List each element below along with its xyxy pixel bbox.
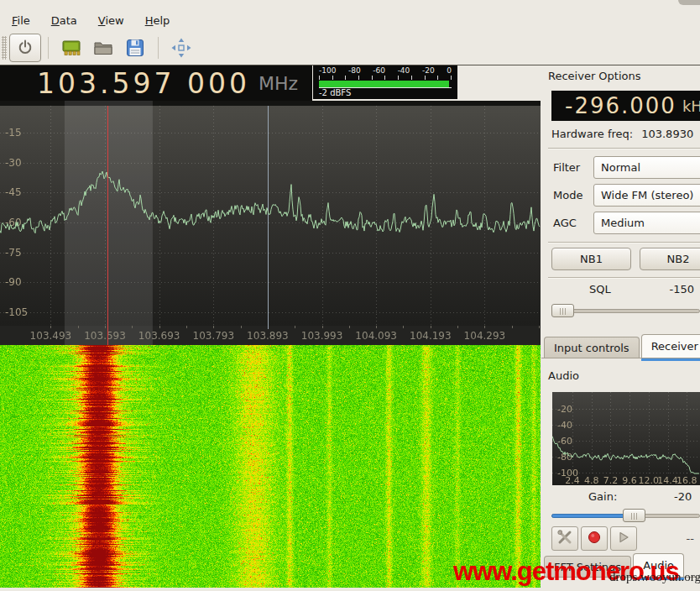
audio-section-title: Audio: [548, 369, 579, 382]
menu-help[interactable]: Help: [142, 13, 174, 29]
play-icon: [617, 531, 630, 547]
offset-lcd-display[interactable]: -296.000 kHz: [551, 91, 700, 121]
open-folder-icon[interactable]: [92, 37, 114, 59]
separator: [548, 148, 700, 149]
signal-level-meter: -100 -80 -60 -40 -20 0 -2 dBFS: [313, 65, 457, 99]
window-corner-decoration: [678, 0, 700, 5]
tab-receiver-options[interactable]: Receiver O: [641, 334, 700, 358]
meter-tick-marks: [319, 76, 452, 80]
agc-combobox[interactable]: Medium: [593, 212, 700, 234]
panel-title: Receiver Options: [548, 70, 641, 82]
frequency-unit: MHz: [259, 73, 298, 94]
toolbar-separator-2: [158, 37, 159, 59]
offset-unit: kHz: [682, 97, 700, 115]
gqrx-main-window: File Data View Help: [0, 0, 700, 591]
window-titlebar[interactable]: [0, 0, 700, 10]
meter-tick: -100: [319, 66, 336, 76]
recording-duration: --: [687, 532, 694, 545]
tools-icon: [557, 530, 572, 547]
meter-tick: -40: [398, 66, 410, 76]
mode-combobox[interactable]: Wide FM (stereo): [593, 184, 700, 207]
hardware-freq-row: Hardware freq:103.8930: [551, 128, 693, 140]
dsp-chip-icon[interactable]: [60, 37, 82, 59]
waterfall-display[interactable]: [0, 345, 541, 588]
menu-file[interactable]: File: [8, 13, 34, 29]
menu-view[interactable]: View: [95, 13, 128, 29]
toolbar: [0, 31, 700, 65]
offset-value[interactable]: -296.000: [565, 93, 676, 118]
hardware-freq-value: 103.8930: [641, 128, 693, 140]
start-dsp-button[interactable]: [9, 34, 41, 62]
audio-options-button[interactable]: [551, 526, 578, 551]
meter-value-label: -2 dBFS: [319, 88, 452, 98]
toolbar-grip[interactable]: [2, 36, 7, 60]
squelch-value: -150: [669, 283, 694, 296]
meter-tick: -20: [422, 66, 435, 76]
menubar: File Data View Help: [0, 10, 700, 31]
gain-slider-handle[interactable]: [623, 509, 645, 522]
tab-input-controls[interactable]: Input controls: [544, 337, 640, 358]
audio-fft-plot[interactable]: [552, 392, 700, 485]
play-button[interactable]: [610, 526, 637, 551]
toolbar-separator: [48, 37, 49, 59]
nb2-button[interactable]: NB2: [640, 248, 700, 270]
squelch-label: SQL: [589, 283, 611, 296]
gain-label: Gain:: [588, 490, 617, 503]
audio-buttons-row: [551, 526, 637, 551]
frequency-lcd-display[interactable]: 103.597 000 MHz: [0, 65, 312, 101]
nb1-button[interactable]: NB1: [551, 248, 631, 270]
frequency-value[interactable]: 103.597 000: [37, 67, 250, 100]
save-icon[interactable]: [124, 37, 146, 59]
receiver-options-panel: Receiver Options -296.000 kHz Hardware f…: [541, 65, 700, 591]
overlay-source-text: drops.wooyun.org: [609, 570, 700, 584]
agc-value: Medium: [601, 217, 645, 229]
filter-row: Filter Normal: [541, 155, 700, 179]
meter-tick: 0: [447, 66, 452, 76]
mode-value: Wide FM (stereo): [601, 189, 693, 201]
meter-tick-labels: -100 -80 -60 -40 -20 0: [319, 66, 452, 76]
gain-slider[interactable]: [551, 509, 700, 522]
meter-track: [319, 81, 452, 88]
meter-tick: -80: [348, 66, 361, 76]
filter-label: Filter: [553, 161, 593, 174]
meter-level-bar: [319, 81, 449, 87]
filter-combobox[interactable]: Normal: [593, 156, 700, 179]
menu-data[interactable]: Data: [48, 13, 81, 29]
filter-value: Normal: [601, 161, 640, 174]
agc-label: AGC: [553, 217, 593, 229]
rf-spectrum-plot[interactable]: [0, 101, 541, 345]
hardware-freq-label: Hardware freq:: [551, 128, 633, 140]
squelch-slider-handle[interactable]: [551, 304, 574, 317]
power-icon: [17, 39, 34, 58]
separator: [548, 277, 700, 279]
separator: [548, 242, 700, 243]
mode-row: Mode Wide FM (stereo): [541, 183, 700, 207]
mode-label: Mode: [553, 189, 593, 201]
dock-tabbar: Input controls Receiver O: [541, 334, 700, 358]
gain-value: -20: [674, 490, 692, 503]
meter-tick: -60: [373, 66, 385, 76]
pan-move-icon[interactable]: [170, 37, 192, 59]
record-icon: [588, 531, 601, 547]
record-button[interactable]: [581, 526, 608, 551]
agc-row: AGC Medium: [541, 211, 700, 234]
squelch-slider[interactable]: [551, 304, 700, 317]
